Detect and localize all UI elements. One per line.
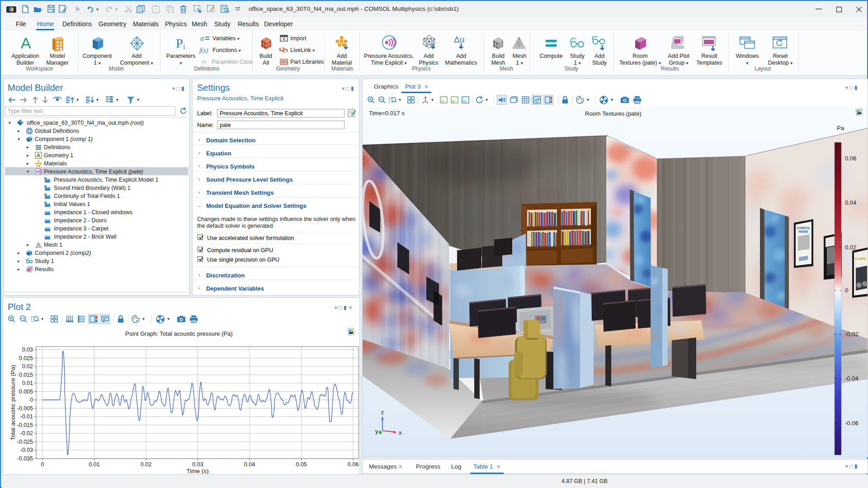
svg-text:Pi: Pi: [202, 59, 207, 66]
svg-text:0.05: 0.05: [296, 461, 307, 468]
svg-text:0.03: 0.03: [22, 347, 33, 353]
svg-text:xz: xz: [462, 99, 466, 103]
svg-text:-0.02: -0.02: [845, 331, 859, 338]
svg-text:Total acoustic pressure (Pa): Total acoustic pressure (Pa): [9, 365, 16, 440]
svg-text:P: P: [176, 36, 183, 50]
svg-text:D: D: [44, 177, 47, 180]
svg-text:D: D: [44, 193, 47, 196]
svg-text:0.06: 0.06: [348, 461, 359, 468]
svg-text:0.02: 0.02: [141, 461, 151, 468]
svg-text:-0.025: -0.025: [17, 439, 33, 445]
svg-text:A: A: [21, 35, 31, 52]
svg-text:D: D: [44, 201, 47, 204]
svg-text:COMS: COMS: [855, 257, 866, 261]
svg-text:z: z: [381, 409, 384, 416]
svg-text:a: a: [200, 35, 204, 42]
svg-text:0: 0: [41, 461, 44, 468]
svg-text:0: 0: [845, 287, 848, 294]
svg-text:Time (s): Time (s): [187, 468, 209, 474]
svg-text:-0.01: -0.01: [20, 413, 33, 420]
svg-text:Pa: Pa: [837, 125, 844, 131]
svg-text:0.04: 0.04: [244, 461, 255, 468]
svg-text:xy: xy: [441, 99, 444, 103]
svg-text:0.025: 0.025: [19, 355, 33, 361]
svg-text:-0.015: -0.015: [17, 422, 33, 428]
svg-text:-0.04: -0.04: [845, 375, 859, 382]
svg-text:0.06: 0.06: [845, 155, 856, 162]
svg-text:x: x: [399, 429, 402, 436]
svg-text:f(x): f(x): [199, 47, 208, 54]
svg-text:0.005: 0.005: [19, 389, 33, 395]
svg-text:0: 0: [30, 397, 33, 403]
svg-text:-0.035: -0.035: [17, 455, 33, 462]
svg-text:-0.03: -0.03: [20, 447, 33, 453]
svg-text:-0.02: -0.02: [20, 430, 33, 436]
svg-text:0.03: 0.03: [192, 461, 203, 468]
svg-text:yz: yz: [452, 99, 455, 103]
svg-text:0.01: 0.01: [22, 380, 33, 386]
svg-text:i: i: [183, 43, 185, 51]
svg-text:0.01: 0.01: [89, 461, 99, 468]
svg-text:NEWS: NEWS: [799, 230, 808, 233]
svg-text:0.04: 0.04: [845, 199, 856, 206]
svg-text:-0.005: -0.005: [17, 405, 33, 412]
svg-text:Δu: Δu: [454, 35, 464, 44]
svg-text:0.015: 0.015: [19, 372, 33, 378]
svg-text:COMSOL: COMSOL: [797, 226, 811, 230]
svg-text:0.02: 0.02: [845, 244, 856, 251]
svg-text:0.02: 0.02: [22, 363, 33, 370]
svg-text:y: y: [375, 428, 378, 435]
svg-text:D: D: [44, 185, 47, 188]
svg-text:-0.06: -0.06: [845, 420, 859, 427]
